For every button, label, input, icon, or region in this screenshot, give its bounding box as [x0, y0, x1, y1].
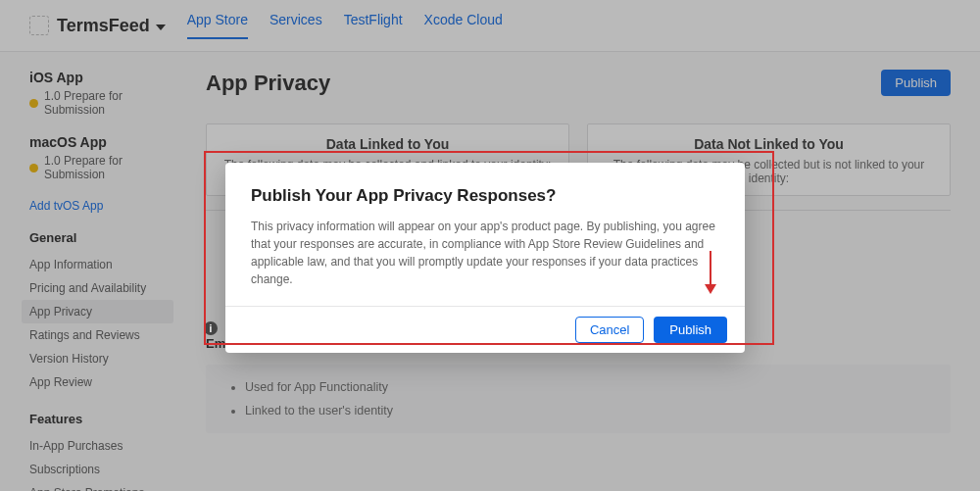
info-icon: i	[204, 321, 218, 335]
modal-publish-button[interactable]: Publish	[654, 317, 727, 343]
modal-title: Publish Your App Privacy Responses?	[251, 186, 719, 206]
modal-text: This privacy information will appear on …	[251, 218, 719, 288]
modal-overlay: Publish Your App Privacy Responses? This…	[0, 0, 980, 491]
cancel-button[interactable]: Cancel	[575, 317, 644, 343]
publish-modal: Publish Your App Privacy Responses? This…	[225, 163, 745, 353]
